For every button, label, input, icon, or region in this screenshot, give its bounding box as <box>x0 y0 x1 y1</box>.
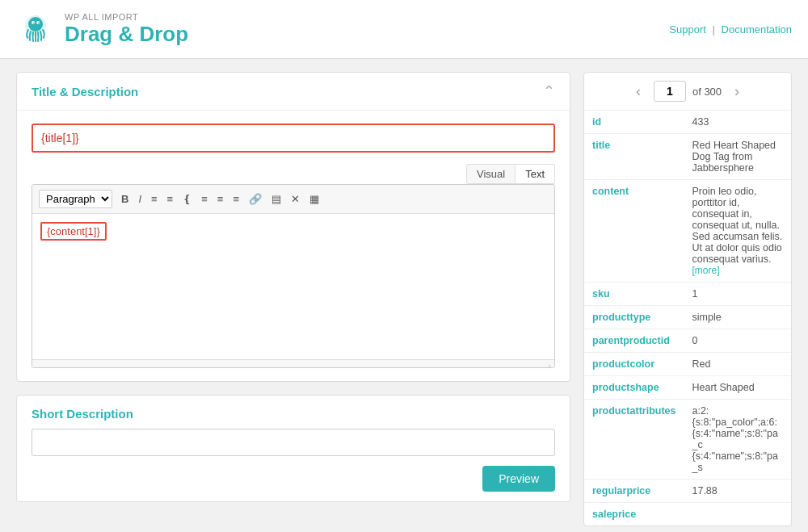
table-cell-key: saleprice <box>584 503 684 526</box>
editor-content[interactable]: {content[1]} <box>32 214 554 359</box>
text-tab[interactable]: Text <box>516 164 555 184</box>
table-cell-key: productattributes <box>584 400 684 480</box>
table-cell-key: producttype <box>584 306 684 329</box>
app-header: WP ALL IMPORT Drag & Drop Support | Docu… <box>0 0 808 59</box>
editor-resize-handle[interactable]: ⌟ <box>32 359 554 367</box>
table-cell-value: 0 <box>684 329 791 353</box>
record-number-input[interactable] <box>654 81 686 102</box>
prev-record-button[interactable]: ‹ <box>629 82 647 100</box>
support-link[interactable]: Support <box>669 23 706 36</box>
table-cell-value <box>684 503 791 526</box>
svg-point-1 <box>28 17 43 31</box>
align-center-button[interactable]: ≡ <box>213 191 228 207</box>
header-subtitle: WP ALL IMPORT <box>65 12 188 22</box>
table-cell-value: Heart Shaped <box>684 376 791 400</box>
table-cell-key: id <box>584 111 684 134</box>
preview-button[interactable]: Preview <box>482 466 555 492</box>
data-table: id433titleRed Heart Shaped Dog Tag from … <box>584 111 791 526</box>
card-header-title-desc: Title & Description ⌃ <box>17 73 570 111</box>
preview-button-row: Preview <box>17 456 570 501</box>
table-row: saleprice <box>584 503 791 526</box>
italic-button[interactable]: I <box>134 191 145 207</box>
table-row: id433 <box>584 111 791 134</box>
right-panel: ‹ of 300 › id433titleRed Heart Shaped Do… <box>583 72 792 526</box>
table-cell-value: 17.88 <box>684 480 791 503</box>
short-description-card: Short Description Preview <box>16 395 570 502</box>
table-row: titleRed Heart Shaped Dog Tag from Jabbe… <box>584 134 791 180</box>
align-right-button[interactable]: ≡ <box>229 191 243 207</box>
header-main-title: Drag & Drop <box>65 22 188 47</box>
content-tag: {content[1]} <box>40 222 107 241</box>
collapse-button[interactable]: ⌃ <box>543 84 555 98</box>
table-cell-value: Red Heart Shaped Dog Tag from Jabbersphe… <box>684 134 791 180</box>
table-cell-key: productshape <box>584 376 684 400</box>
table-row: contentProin leo odio, porttitor id, con… <box>584 180 791 283</box>
fullscreen-button[interactable]: ▦ <box>305 191 323 207</box>
table-button[interactable]: ▤ <box>267 191 285 207</box>
table-cell-key: sku <box>584 283 684 306</box>
main-container: Title & Description ⌃ Visual Text <box>0 59 808 532</box>
table-row: productshapeHeart Shaped <box>584 376 791 400</box>
link-divider: | <box>713 23 715 36</box>
card-title-title-desc: Title & Description <box>32 85 138 98</box>
octopus-logo-icon <box>16 10 55 48</box>
editor-toolbar: Paragraph B I ≡ ≡ ❴ ≡ ≡ ≡ 🔗 ▤ ✕ ▦ <box>32 185 554 214</box>
unordered-list-button[interactable]: ≡ <box>147 191 162 207</box>
title-description-card: Title & Description ⌃ Visual Text <box>16 72 570 382</box>
table-cell-value: 1 <box>684 283 791 306</box>
record-nav: ‹ of 300 › <box>584 73 791 111</box>
next-record-button[interactable]: › <box>728 82 746 100</box>
blockquote-button[interactable]: ❴ <box>179 191 196 207</box>
short-description-title: Short Description <box>17 396 570 429</box>
table-cell-value: Proin leo odio, porttitor id, consequat … <box>684 180 791 283</box>
table-cell-key: productcolor <box>584 353 684 376</box>
svg-point-4 <box>33 23 35 24</box>
nav-panel: ‹ of 300 › id433titleRed Heart Shaped Do… <box>583 72 792 526</box>
visual-tab[interactable]: Visual <box>466 164 516 184</box>
table-row: productattributesa:2: {s:8:"pa_color";a:… <box>584 400 791 480</box>
documentation-link[interactable]: Documentation <box>722 23 792 36</box>
editor-wrapper: Paragraph B I ≡ ≡ ❴ ≡ ≡ ≡ 🔗 ▤ ✕ ▦ <box>32 184 555 368</box>
paragraph-select[interactable]: Paragraph <box>39 190 112 208</box>
table-row: parentproductid0 <box>584 329 791 353</box>
header-links: Support | Documentation <box>669 23 792 36</box>
align-left-button[interactable]: ≡ <box>197 191 212 207</box>
table-cell-key: parentproductid <box>584 329 684 353</box>
table-row: producttypesimple <box>584 306 791 329</box>
more-link[interactable]: [more] <box>692 265 783 276</box>
link-button[interactable]: 🔗 <box>245 191 266 207</box>
table-cell-key: regularprice <box>584 480 684 503</box>
logo-block: WP ALL IMPORT Drag & Drop <box>16 10 188 48</box>
title-input[interactable] <box>41 132 545 145</box>
header-title-block: WP ALL IMPORT Drag & Drop <box>65 12 188 47</box>
card-body-title-desc: Visual Text Paragraph B I ≡ ≡ ❴ ≡ <box>17 111 570 381</box>
short-description-input[interactable] <box>32 429 555 456</box>
svg-point-5 <box>38 23 40 24</box>
editor-tabs: Visual Text <box>32 164 555 184</box>
table-cell-key: content <box>584 180 684 283</box>
table-cell-value: 433 <box>684 111 791 134</box>
table-cell-key: title <box>584 134 684 180</box>
title-input-wrapper <box>32 124 555 153</box>
table-cell-value: Red <box>684 353 791 376</box>
left-panel: Title & Description ⌃ Visual Text <box>16 72 570 526</box>
table-cell-value: a:2: {s:8:"pa_color";a:6: {s:4:"name";s:… <box>684 400 791 480</box>
resize-icon: ⌟ <box>546 358 551 369</box>
table-row: regularprice17.88 <box>584 480 791 503</box>
table-row: productcolorRed <box>584 353 791 376</box>
ordered-list-button[interactable]: ≡ <box>163 191 178 207</box>
bold-button[interactable]: B <box>117 191 133 207</box>
table-row: sku1 <box>584 283 791 306</box>
remove-format-button[interactable]: ✕ <box>287 191 304 207</box>
record-of-label: of 300 <box>692 86 722 98</box>
table-cell-value: simple <box>684 306 791 329</box>
